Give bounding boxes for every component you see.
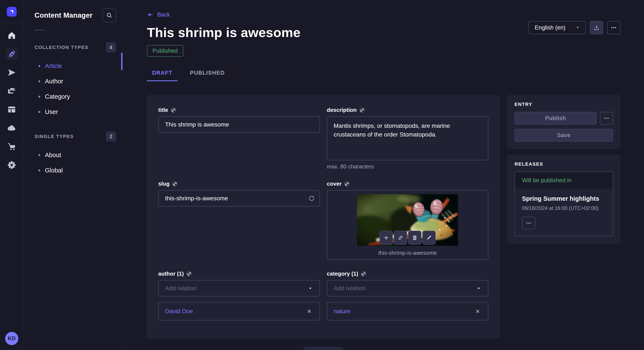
category-relation-select[interactable]: Add relation bbox=[327, 280, 488, 296]
rail-bottom: KD bbox=[0, 326, 24, 350]
cover-widget: this-shrimp-is-awesome bbox=[327, 190, 488, 260]
version-tabs: DRAFT PUBLISHED bbox=[147, 70, 620, 81]
single-types-list: About Global bbox=[24, 147, 122, 178]
more-dots-icon bbox=[610, 24, 617, 31]
globe-icon bbox=[361, 271, 366, 277]
close-x-icon bbox=[306, 309, 312, 314]
field-category: category (1) Add relation nature bbox=[327, 270, 488, 321]
strapi-logo-icon bbox=[9, 9, 15, 15]
releases-panel-title: RELEASES bbox=[514, 161, 613, 167]
more-dots-icon bbox=[604, 115, 610, 121]
status-badge: Published bbox=[147, 45, 183, 57]
author-relation-item: David Doe bbox=[158, 302, 320, 321]
regenerate-slug-button[interactable] bbox=[306, 192, 318, 204]
cover-copy-link-button[interactable] bbox=[394, 231, 407, 245]
header-controls: English (en) bbox=[528, 21, 620, 34]
more-dots-icon bbox=[526, 220, 532, 226]
bullet-icon bbox=[38, 170, 40, 172]
release-more-button[interactable] bbox=[522, 217, 535, 229]
cover-add-button[interactable] bbox=[380, 231, 393, 245]
caret-down-icon bbox=[307, 285, 314, 292]
export-download-button[interactable] bbox=[590, 21, 603, 34]
entry-panel-title: ENTRY bbox=[514, 102, 613, 107]
sidebar-item-user[interactable]: User bbox=[24, 104, 122, 120]
refresh-icon bbox=[308, 195, 315, 202]
subnav-scrollbar-thumb[interactable] bbox=[121, 53, 122, 70]
collection-types-count: 4 bbox=[106, 42, 116, 52]
search-icon bbox=[106, 12, 112, 18]
strapi-logo[interactable] bbox=[7, 7, 16, 16]
sidebar-item-global[interactable]: Global bbox=[24, 163, 122, 178]
remove-category-button[interactable] bbox=[473, 307, 482, 316]
publish-button[interactable]: Publish bbox=[514, 112, 596, 125]
cover-edit-button[interactable] bbox=[422, 231, 436, 245]
save-button[interactable]: Save bbox=[514, 129, 613, 142]
single-types-count: 2 bbox=[106, 131, 116, 141]
author-relation-select[interactable]: Add relation bbox=[158, 280, 320, 296]
field-cover: cover bbox=[327, 180, 488, 260]
globe-icon bbox=[359, 107, 365, 113]
field-author: author (1) Add relation David Doe bbox=[158, 270, 320, 321]
caret-down-icon bbox=[575, 25, 581, 31]
media-library-icon[interactable] bbox=[6, 85, 18, 97]
bullet-icon bbox=[38, 80, 40, 82]
release-card: Will be published in Spring Summer highl… bbox=[514, 172, 613, 236]
cover-delete-button[interactable] bbox=[408, 231, 421, 245]
tab-draft[interactable]: DRAFT bbox=[147, 70, 178, 81]
description-textarea[interactable]: Mantis shrimps, or stomatopods, are mari… bbox=[327, 116, 488, 160]
category-relation-item: nature bbox=[327, 302, 488, 321]
close-x-icon bbox=[475, 309, 480, 314]
globe-icon bbox=[186, 271, 192, 277]
main-content: Back English (en) This shrimp is awesome… bbox=[123, 0, 644, 350]
tab-published[interactable]: PUBLISHED bbox=[185, 70, 230, 81]
content-manager-subnav: Content Manager COLLECTION TYPES 4 Artic… bbox=[24, 0, 123, 350]
plus-icon bbox=[383, 234, 389, 241]
cloud-icon[interactable] bbox=[6, 122, 18, 134]
layout-icon[interactable] bbox=[6, 104, 18, 116]
home-icon[interactable] bbox=[6, 29, 18, 41]
slug-input[interactable] bbox=[158, 190, 320, 206]
collection-types-list: Article Author Category User bbox=[24, 58, 122, 120]
release-date: 09/18/2024 at 16:00 (UTC+02:00) bbox=[522, 205, 606, 211]
rail-divider bbox=[0, 23, 24, 23]
caret-down-icon bbox=[476, 285, 482, 292]
bullet-icon bbox=[38, 96, 40, 98]
entry-more-button[interactable] bbox=[600, 112, 613, 125]
sidebar-item-author[interactable]: Author bbox=[24, 74, 122, 89]
sidebar-item-article[interactable]: Article bbox=[24, 58, 122, 74]
pencil-icon bbox=[426, 234, 432, 241]
header-more-button[interactable] bbox=[607, 21, 620, 34]
right-rail: ENTRY Publish Save RELEASES Will be publ… bbox=[507, 95, 620, 243]
send-icon[interactable] bbox=[6, 67, 18, 78]
release-status: Will be published in bbox=[515, 172, 613, 189]
cart-icon[interactable] bbox=[6, 141, 18, 153]
search-button[interactable] bbox=[102, 8, 116, 22]
app-icon-rail: KD bbox=[0, 0, 24, 350]
cover-actions bbox=[380, 231, 436, 245]
settings-gear-icon[interactable] bbox=[6, 159, 18, 171]
field-title: title bbox=[158, 107, 320, 170]
user-avatar[interactable]: KD bbox=[5, 332, 18, 345]
back-link[interactable]: Back bbox=[147, 11, 170, 18]
scroll-peek-button[interactable] bbox=[303, 347, 344, 350]
remove-author-button[interactable] bbox=[304, 307, 314, 316]
globe-icon bbox=[172, 181, 178, 187]
cover-filename: this-shrimp-is-awesome bbox=[327, 250, 488, 256]
title-input[interactable] bbox=[158, 116, 320, 133]
locale-select[interactable]: English (en) bbox=[528, 21, 586, 34]
subnav-title: Content Manager bbox=[34, 11, 93, 19]
description-hint: max. 80 characters bbox=[327, 163, 488, 170]
entry-panel: ENTRY Publish Save bbox=[507, 95, 620, 149]
globe-icon bbox=[170, 107, 176, 113]
sidebar-item-category[interactable]: Category bbox=[24, 89, 122, 104]
bullet-icon bbox=[38, 154, 40, 156]
field-slug: slug bbox=[158, 180, 320, 260]
author-relation-link[interactable]: David Doe bbox=[165, 308, 193, 315]
releases-panel: RELEASES Will be published in Spring Sum… bbox=[507, 155, 620, 243]
subnav-rule bbox=[34, 30, 45, 30]
edit-form-panel: title description bbox=[147, 95, 500, 339]
feather-icon[interactable] bbox=[6, 48, 18, 60]
download-icon bbox=[593, 24, 600, 31]
category-relation-link[interactable]: nature bbox=[334, 308, 350, 315]
sidebar-item-about[interactable]: About bbox=[24, 147, 122, 163]
